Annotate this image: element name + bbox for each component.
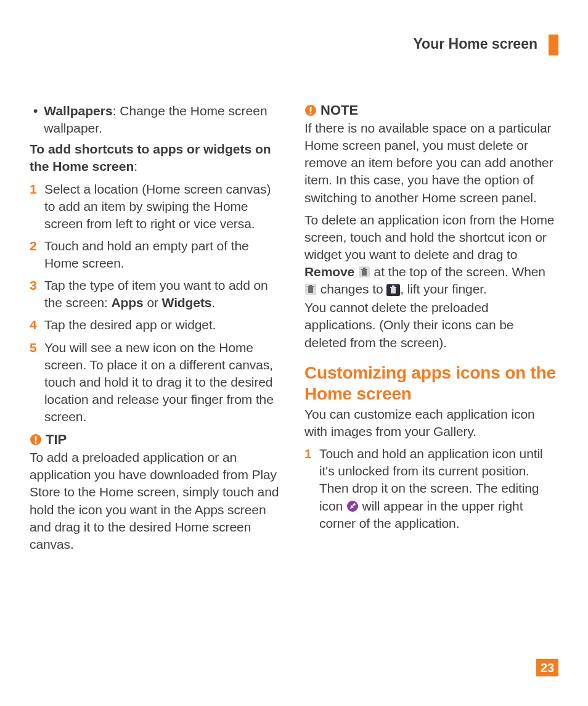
svg-rect-16 [390,287,396,288]
svg-rect-17 [392,285,394,287]
tip-body: To add a preloaded application or an app… [30,449,284,553]
header-accent-bar [549,35,558,55]
customizing-intro: You can customize each application icon … [304,406,558,440]
customizing-section-title: Customizing apps icons on the Home scree… [304,363,558,404]
svg-rect-7 [362,270,367,276]
custom-step-1: Touch and hold an application icon until… [304,445,558,532]
exclamation-icon [304,104,317,117]
note-label: NOTE [321,102,358,118]
svg-point-5 [309,112,311,114]
svg-rect-13 [309,285,312,286]
svg-rect-4 [310,107,312,112]
note-heading: NOTE [304,102,558,118]
exclamation-icon [30,433,42,446]
svg-rect-9 [363,268,365,269]
svg-point-2 [35,442,36,444]
svg-rect-8 [361,269,367,270]
trash-active-icon [386,283,400,295]
delete-p5: You cannot delete the preloaded applicat… [304,299,558,351]
page-header-title: Your Home screen [413,36,537,52]
note-body: If there is no available space on a part… [304,120,558,207]
step-3-c: or [144,295,162,310]
wallpapers-label: Wallpapers [44,104,112,118]
left-column: • Wallpapers: Change the Home screen wal… [30,102,284,558]
step-4: Tap the desired app or widget. [30,316,284,334]
delete-p1: To delete an application icon from the H… [304,213,554,261]
svg-rect-11 [308,287,313,293]
right-column: NOTE If there is no available space on a… [304,102,558,558]
step-1: Select a location (Home screen canvas) t… [30,181,284,232]
step-3-widgets: Widgets [162,295,212,310]
tip-label: TIP [46,432,67,448]
svg-rect-1 [35,436,37,441]
step-3-text: Tap the type of item you want to add on … [44,277,284,311]
step-1-text: Select a location (Home screen canvas) t… [44,181,284,232]
wallpapers-bullet: • Wallpapers: Change the Home screen wal… [30,102,284,137]
bullet-dot-icon: • [33,102,38,120]
svg-rect-12 [308,286,314,287]
wallpapers-text: Wallpapers: Change the Home screen wallp… [44,102,284,137]
step-4-text: Tap the desired app or widget. [44,316,216,334]
svg-rect-15 [391,288,396,293]
delete-remove-word: Remove [304,265,354,279]
step-5: You will see a new icon on the Home scre… [30,339,284,426]
page-number-badge: 23 [536,659,558,676]
delete-p3: changes to [317,282,386,296]
custom-step-1-text: Touch and hold an application icon until… [319,445,558,532]
step-2-text: Touch and hold an empty part of the Home… [44,237,284,272]
step-5-text: You will see a new icon on the Home scre… [44,339,284,426]
add-shortcuts-colon: : [134,159,137,173]
add-shortcuts-heading-text: To add shortcuts to apps or widgets on t… [30,142,271,173]
customizing-steps: Touch and hold an application icon until… [304,445,558,532]
trash-icon [358,265,370,277]
step-3-apps: Apps [112,295,144,310]
delete-instructions: To delete an application icon from the H… [304,211,558,298]
step-3: Tap the type of item you want to add on … [30,277,284,311]
add-shortcuts-heading: To add shortcuts to apps or widgets on t… [30,141,284,175]
step-3-e: . [211,295,215,310]
delete-p2: at the top of the screen. When [370,265,545,279]
tip-heading: TIP [30,432,284,448]
step-2: Touch and hold an empty part of the Home… [30,237,284,272]
edit-badge-icon [346,499,359,512]
add-shortcuts-steps: Select a location (Home screen canvas) t… [30,181,284,426]
page-header: Your Home screen [30,35,558,55]
delete-p4: , lift your finger. [400,282,487,296]
content-columns: • Wallpapers: Change the Home screen wal… [30,102,558,558]
trash-icon [304,282,317,295]
page: Your Home screen • Wallpapers: Change th… [0,0,588,706]
